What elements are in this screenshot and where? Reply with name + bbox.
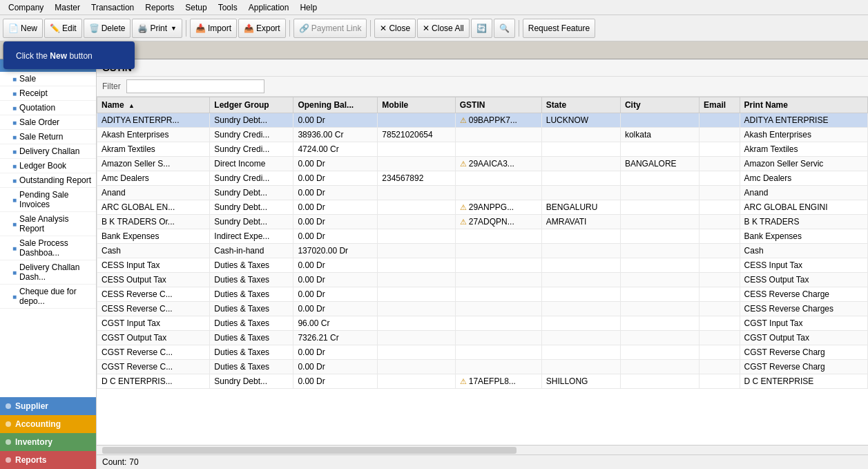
table-row[interactable]: Akash EnterprisesSundry Credi...38936.00… xyxy=(97,128,868,142)
gstin-warning-icon: ⚠ xyxy=(460,160,467,168)
col-city[interactable]: City xyxy=(620,97,699,113)
table-row[interactable]: Amc DealersSundry Credi...0.00 Dr2345678… xyxy=(97,171,868,186)
sale-order-icon: ■ xyxy=(12,119,17,126)
print-label: Print xyxy=(150,23,167,33)
sidebar-item-sale-order-label: Sale Order xyxy=(19,117,59,127)
sale-return-icon: ■ xyxy=(12,133,17,141)
table-row[interactable]: CGST Output TaxDuties & Taxes7326.21 CrC… xyxy=(97,331,868,345)
col-name[interactable]: Name ▲ xyxy=(97,97,210,113)
print-icon: 🖨️ xyxy=(137,23,148,33)
sidebar-footer-accounting[interactable]: Accounting xyxy=(0,415,96,433)
delete-label: Delete xyxy=(102,23,126,33)
col-opening-bal[interactable]: Opening Bal... xyxy=(293,97,378,113)
print-button[interactable]: 🖨️ Print ▼ xyxy=(132,19,182,38)
sidebar-footer-reports[interactable]: Reports xyxy=(0,451,96,469)
request-feature-button[interactable]: Request Feature xyxy=(523,19,595,38)
sale-process-icon: ■ xyxy=(12,245,17,252)
sidebar-item-cheque-due[interactable]: ■ Cheque due for depo... xyxy=(0,285,96,309)
export-button[interactable]: 📤 Export xyxy=(238,19,286,38)
delete-icon: 🗑️ xyxy=(89,23,99,33)
table-row[interactable]: CESS Input TaxDuties & Taxes0.00 DrCESS … xyxy=(97,258,868,273)
sidebar-item-receipt[interactable]: ■ Receipt xyxy=(0,86,96,101)
table-row[interactable]: Bank ExpensesIndirect Expe...0.00 DrBank… xyxy=(97,229,868,244)
table-row[interactable]: CESS Reverse C...Duties & Taxes0.00 DrCE… xyxy=(97,302,868,316)
col-state[interactable]: State xyxy=(541,97,620,113)
table-row[interactable]: CGST Reverse C...Duties & Taxes0.00 DrCG… xyxy=(97,345,868,360)
filter-row: Filter xyxy=(97,77,868,97)
table-header-row: Name ▲ Ledger Group Opening Bal... Mobil… xyxy=(97,97,868,113)
horizontal-scrollbar[interactable] xyxy=(97,445,868,454)
col-mobile[interactable]: Mobile xyxy=(378,97,455,113)
col-print-name[interactable]: Print Name xyxy=(740,97,867,113)
toolbar-separator-2 xyxy=(289,20,290,37)
table-row[interactable]: CESS Output TaxDuties & Taxes0.00 DrCESS… xyxy=(97,273,868,287)
sidebar-item-outstanding-report[interactable]: ■ Outstanding Report xyxy=(0,173,96,188)
col-email[interactable]: Email xyxy=(700,97,740,113)
sidebar: Customer ■ Sale ■ Receipt ■ Quotation ■ … xyxy=(0,59,97,469)
zoom-icon: 🔍 xyxy=(499,23,510,33)
table-row[interactable]: CESS Reverse C...Duties & Taxes0.00 DrCE… xyxy=(97,287,868,302)
gstin-warning-icon: ⚠ xyxy=(460,116,467,124)
sidebar-item-sale-process-dashboard[interactable]: ■ Sale Process Dashboa... xyxy=(0,236,96,260)
reports-dot xyxy=(6,457,11,463)
import-button[interactable]: 📥 Import xyxy=(190,19,237,38)
table-row[interactable]: D C ENTERPRIS...Sundry Debt...0.00 Dr⚠17… xyxy=(97,374,868,389)
cheque-due-icon: ■ xyxy=(12,293,17,300)
sidebar-item-pending-sale-invoices[interactable]: ■ Pending Sale Invoices xyxy=(0,188,96,212)
sidebar-item-sale-return[interactable]: ■ Sale Return xyxy=(0,130,96,144)
close-button[interactable]: ✕ Close xyxy=(374,19,416,38)
request-feature-label: Request Feature xyxy=(528,23,590,33)
table-row[interactable]: CashCash-in-hand137020.00 DrCash xyxy=(97,244,868,258)
refresh-icon: 🔄 xyxy=(476,23,487,33)
count-value: 70 xyxy=(129,457,138,467)
sidebar-item-ledger-book[interactable]: ■ Ledger Book xyxy=(0,159,96,173)
sidebar-item-delivery-challan[interactable]: ■ Delivery Challan xyxy=(0,144,96,159)
sidebar-footer-inventory[interactable]: Inventory xyxy=(0,433,96,451)
table-row[interactable]: ARC GLOBAL EN...Sundry Debt...0.00 Dr⚠29… xyxy=(97,200,868,215)
sidebar-item-quotation[interactable]: ■ Quotation xyxy=(0,101,96,115)
table-row[interactable]: AnandSundry Debt...0.00 DrAnand xyxy=(97,186,868,200)
delivery-challan-dash-icon: ■ xyxy=(12,269,17,276)
table-body: ADITYA ENTERPR...Sundry Debt...0.00 Dr⚠0… xyxy=(97,113,868,389)
menu-help[interactable]: Help xyxy=(294,1,322,14)
close-all-button[interactable]: ✕ Close All xyxy=(417,19,470,38)
col-gstin[interactable]: GSTIN xyxy=(455,97,541,113)
import-icon: 📥 xyxy=(195,23,206,33)
sidebar-item-delivery-challan-dash[interactable]: ■ Delivery Challan Dash... xyxy=(0,260,96,285)
table-row[interactable]: Akram TextilesSundry Credi...4724.00 CrA… xyxy=(97,142,868,157)
refresh-button[interactable]: 🔄 xyxy=(471,19,492,38)
menu-master[interactable]: Master xyxy=(49,1,86,14)
tooltip-text-before: Click the xyxy=(16,51,50,61)
menu-setup[interactable]: Setup xyxy=(180,1,212,14)
sidebar-item-sale-analysis[interactable]: ■ Sale Analysis Report xyxy=(0,212,96,236)
table-row[interactable]: B K TRADERS Or...Sundry Debt...0.00 Dr⚠2… xyxy=(97,215,868,229)
receipt-icon: ■ xyxy=(12,90,17,97)
payment-link-button[interactable]: 🔗 Payment Link xyxy=(293,19,367,38)
table-row[interactable]: ADITYA ENTERPR...Sundry Debt...0.00 Dr⚠0… xyxy=(97,113,868,128)
toolbar-separator-4 xyxy=(519,20,519,37)
col-ledger-group[interactable]: Ledger Group xyxy=(210,97,293,113)
edit-label: Edit xyxy=(62,23,77,33)
new-button[interactable]: 📄 New xyxy=(3,19,43,38)
table-row[interactable]: CGST Input TaxDuties & Taxes96.00 CrCGST… xyxy=(97,316,868,331)
inventory-dot xyxy=(6,439,11,445)
table-row[interactable]: CGST Reverse C...Duties & Taxes0.00 DrCG… xyxy=(97,360,868,374)
edit-button[interactable]: ✏️ Edit xyxy=(44,19,82,38)
sidebar-footer-supplier[interactable]: Supplier xyxy=(0,397,96,415)
table-row[interactable]: Amazon Seller S...Direct Income0.00 Dr⚠2… xyxy=(97,157,868,171)
sidebar-item-sale-analysis-label: Sale Analysis Report xyxy=(19,214,92,233)
delete-button[interactable]: 🗑️ Delete xyxy=(84,19,131,38)
menu-company[interactable]: Company xyxy=(3,1,49,14)
sidebar-item-sale[interactable]: ■ Sale xyxy=(0,72,96,86)
menu-application[interactable]: Application xyxy=(243,1,295,14)
zoom-button[interactable]: 🔍 xyxy=(494,19,515,38)
import-label: Import xyxy=(208,23,231,33)
filter-input[interactable] xyxy=(126,79,264,93)
sidebar-item-sale-order[interactable]: ■ Sale Order xyxy=(0,115,96,130)
sidebar-item-outstanding-report-label: Outstanding Report xyxy=(19,175,91,185)
menu-transaction[interactable]: Transaction xyxy=(86,1,139,14)
tooltip-text-after: button xyxy=(67,51,93,61)
content-area: GSTIN Filter Name ▲ Ledger Group Opening… xyxy=(97,59,868,469)
menu-reports[interactable]: Reports xyxy=(139,1,180,14)
menu-tools[interactable]: Tools xyxy=(213,1,243,14)
